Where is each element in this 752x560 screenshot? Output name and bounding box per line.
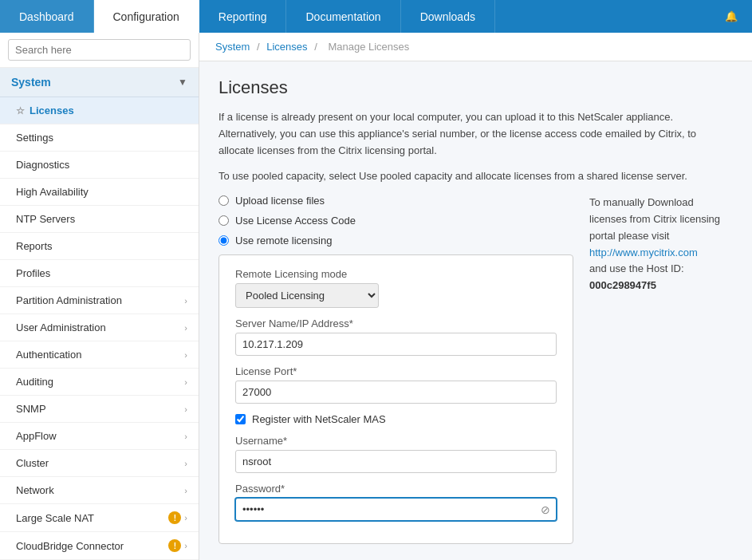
password-group: Password* ⊘ — [235, 483, 557, 521]
chevron-right-icon: › — [184, 377, 187, 387]
license-port-input[interactable] — [235, 381, 557, 404]
sidebar-item-snmp[interactable]: SNMP› — [0, 396, 199, 423]
main-content: System / Licenses / Manage Licenses Lice… — [199, 33, 752, 560]
register-mas-checkbox[interactable] — [235, 414, 246, 424]
sidebar-item-label: SNMP — [16, 403, 46, 415]
sidebar-item-label: Network — [16, 484, 54, 496]
radio-remote: Use remote licensing — [219, 235, 573, 246]
license-port-label: License Port* — [235, 365, 557, 377]
remote-mode-label: Remote Licensing mode — [235, 268, 557, 280]
warning-icon: ! — [168, 511, 181, 524]
radio-upload-input[interactable] — [219, 195, 229, 206]
password-label: Password* — [235, 483, 557, 495]
register-mas-row: Register with NetScaler MAS — [235, 413, 557, 425]
sidebar-items-list: ☆LicensesSettingsDiagnosticsHigh Availab… — [0, 97, 199, 560]
license-port-group: License Port* — [235, 365, 557, 404]
layout: System ▼ ☆LicensesSettingsDiagnosticsHig… — [0, 33, 752, 560]
sidebar-item-network[interactable]: Network› — [0, 477, 199, 504]
sidebar-item-appflow[interactable]: AppFlow› — [0, 423, 199, 450]
license-form-left: Upload license files Use License Access … — [219, 195, 573, 560]
sidebar-item-label: Reports — [16, 240, 53, 252]
chevron-right-icon: › — [184, 323, 187, 333]
register-mas-label[interactable]: Register with NetScaler MAS — [252, 413, 386, 425]
chevron-right-icon: › — [184, 513, 187, 523]
star-icon: ☆ — [16, 105, 25, 116]
breadcrumb-licenses[interactable]: Licenses — [266, 41, 307, 53]
sidebar-item-label: Large Scale NAT — [16, 512, 94, 524]
radio-access-code-input[interactable] — [219, 215, 229, 226]
mycitrix-link[interactable]: http://www.mycitrix.com — [589, 246, 698, 258]
server-name-input[interactable] — [235, 333, 557, 356]
sidebar-item-profiles[interactable]: Profiles — [0, 260, 199, 287]
sidebar-item-cluster[interactable]: Cluster› — [0, 450, 199, 477]
server-name-label: Server Name/IP Address* — [235, 317, 557, 329]
nav-documentation[interactable]: Documentation — [286, 0, 400, 33]
license-form-container: Upload license files Use License Access … — [219, 195, 733, 560]
chevron-right-icon: › — [184, 541, 187, 550]
sidebar-item-label: High Availability — [16, 186, 89, 198]
sidebar-item-cloudbridge-connector[interactable]: CloudBridge Connector!› — [0, 532, 199, 560]
nav-dashboard[interactable]: Dashboard — [0, 0, 94, 33]
sidebar-item-auditing[interactable]: Auditing› — [0, 369, 199, 396]
sidebar-item-licenses[interactable]: ☆Licenses — [0, 97, 199, 124]
chevron-right-icon: › — [184, 459, 187, 468]
sidebar-item-label: Partition Administration — [16, 294, 122, 306]
sidebar-item-partition-administration[interactable]: Partition Administration› — [0, 287, 199, 314]
nav-reporting[interactable]: Reporting — [199, 0, 287, 33]
nav-configuration[interactable]: Configuration — [94, 0, 199, 33]
sidebar-item-label: Licenses — [30, 105, 74, 116]
sidebar-item-ntp-servers[interactable]: NTP Servers — [0, 206, 199, 233]
chevron-down-icon: ▼ — [178, 77, 187, 88]
remote-mode-group: Remote Licensing mode Pooled Licensing C… — [235, 268, 557, 308]
top-nav: Dashboard Configuration Reporting Docume… — [0, 0, 752, 33]
sidebar-item-label: Authentication — [16, 349, 81, 361]
sidebar-item-authentication[interactable]: Authentication› — [0, 341, 199, 369]
nav-downloads[interactable]: Downloads — [401, 0, 495, 33]
sidebar-item-label: NTP Servers — [16, 213, 75, 225]
page-title: Licenses — [219, 77, 733, 98]
notifications-bell[interactable]: 🔔 — [711, 0, 752, 33]
sidebar-item-label: CloudBridge Connector — [16, 540, 124, 552]
eye-icon[interactable]: ⊘ — [541, 503, 550, 516]
radio-remote-input[interactable] — [219, 235, 229, 246]
password-input[interactable] — [235, 498, 557, 521]
username-input[interactable] — [235, 450, 557, 473]
radio-upload-label[interactable]: Upload license files — [235, 195, 325, 207]
chevron-right-icon: › — [184, 404, 187, 414]
sidebar-item-large-scale-nat[interactable]: Large Scale NAT!› — [0, 504, 199, 532]
sidebar: System ▼ ☆LicensesSettingsDiagnosticsHig… — [0, 33, 199, 560]
sidebar-item-user-administration[interactable]: User Administration› — [0, 314, 199, 341]
sidebar-item-label: User Administration — [16, 321, 106, 333]
radio-remote-label[interactable]: Use remote licensing — [235, 235, 332, 246]
sidebar-item-label: Profiles — [16, 267, 50, 279]
sidebar-info-text2: and use the Host ID: — [589, 262, 684, 274]
search-input[interactable] — [8, 39, 191, 61]
sidebar-item-settings[interactable]: Settings — [0, 124, 199, 152]
server-name-group: Server Name/IP Address* — [235, 317, 557, 356]
remote-mode-select[interactable]: Pooled Licensing Citrix Service Provider — [235, 283, 379, 308]
sidebar-section-label: System — [11, 76, 51, 89]
radio-access-code-label[interactable]: Use License Access Code — [235, 215, 356, 227]
username-group: Username* — [235, 435, 557, 473]
breadcrumb: System / Licenses / Manage Licenses — [199, 33, 752, 61]
page-desc-2: To use pooled capacity, select Use poole… — [219, 168, 733, 185]
sidebar-info: To manually Download licenses from Citri… — [589, 195, 733, 560]
radio-access-code: Use License Access Code — [219, 215, 573, 227]
sidebar-item-high-availability[interactable]: High Availability — [0, 179, 199, 206]
sidebar-search-container — [0, 33, 199, 68]
sidebar-section-system[interactable]: System ▼ — [0, 68, 199, 97]
breadcrumb-system[interactable]: System — [215, 41, 250, 53]
password-wrapper: ⊘ — [235, 498, 557, 521]
content-area: Licenses If a license is already present… — [199, 61, 752, 560]
breadcrumb-current: Manage Licenses — [328, 41, 409, 53]
host-id: 000c298947f5 — [589, 279, 656, 291]
username-label: Username* — [235, 435, 557, 447]
sidebar-item-reports[interactable]: Reports — [0, 233, 199, 260]
chevron-right-icon: › — [184, 486, 187, 495]
sidebar-item-diagnostics[interactable]: Diagnostics — [0, 152, 199, 179]
sidebar-item-label: Auditing — [16, 376, 53, 388]
chevron-right-icon: › — [184, 432, 187, 441]
sidebar-item-label: AppFlow — [16, 430, 57, 442]
remote-licensing-box: Remote Licensing mode Pooled Licensing C… — [219, 254, 573, 544]
warning-icon: ! — [168, 539, 181, 552]
